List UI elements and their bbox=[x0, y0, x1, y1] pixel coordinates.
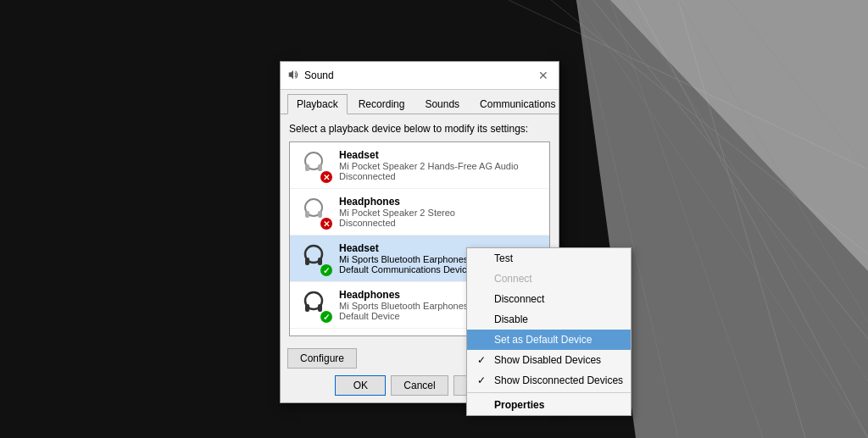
disconnected-badge: ✕ bbox=[320, 218, 332, 230]
tab-communications[interactable]: Communications bbox=[470, 94, 565, 114]
connected-badge: ✓ bbox=[320, 264, 332, 276]
cancel-button[interactable]: Cancel bbox=[391, 375, 448, 396]
device-info: Headphones Mi Pocket Speaker 2 Stereo Di… bbox=[339, 196, 542, 228]
device-status: Disconnected bbox=[339, 171, 542, 181]
device-info: Headset Mi Pocket Speaker 2 Hands-Free A… bbox=[339, 149, 542, 181]
title-left: Sound bbox=[287, 69, 334, 81]
menu-check: ✓ bbox=[477, 354, 489, 366]
dialog-titlebar: Sound ✕ bbox=[281, 62, 559, 90]
menu-separator bbox=[467, 392, 631, 393]
device-icon-wrap: ✕ bbox=[297, 194, 332, 230]
svg-rect-18 bbox=[305, 211, 309, 218]
menu-item-connect: Connect bbox=[467, 269, 631, 289]
device-icon-wrap: ✕ bbox=[297, 147, 332, 183]
menu-label: Show Disabled Devices bbox=[494, 354, 620, 366]
menu-label: Properties bbox=[494, 399, 620, 411]
device-sub: Mi Pocket Speaker 2 Stereo bbox=[339, 208, 542, 218]
menu-item-show-disconnected[interactable]: ✓ Show Disconnected Devices bbox=[467, 370, 631, 391]
menu-label: Disconnect bbox=[494, 293, 620, 305]
device-status: Disconnected bbox=[339, 218, 542, 228]
device-name: Headset bbox=[339, 149, 542, 161]
ok-button[interactable]: OK bbox=[335, 375, 386, 396]
svg-rect-25 bbox=[318, 304, 322, 312]
speaker-icon bbox=[297, 334, 331, 336]
svg-rect-19 bbox=[318, 211, 322, 218]
menu-label: Show Disconnected Devices bbox=[494, 374, 623, 386]
device-icon-wrap: ✓ bbox=[297, 287, 332, 323]
device-item[interactable]: ✕ Headphones Mi Pocket Speaker 2 Stereo … bbox=[290, 189, 549, 236]
menu-label: Test bbox=[494, 252, 620, 264]
svg-rect-22 bbox=[318, 258, 322, 265]
device-name: Headphones bbox=[339, 196, 542, 208]
menu-item-test[interactable]: Test bbox=[467, 248, 631, 269]
tab-sounds[interactable]: Sounds bbox=[415, 94, 469, 114]
menu-label: Connect bbox=[494, 273, 620, 285]
connected-badge: ✓ bbox=[320, 311, 332, 323]
device-item[interactable]: ✕ Headset Mi Pocket Speaker 2 Hands-Free… bbox=[290, 142, 549, 189]
device-icon-wrap bbox=[297, 334, 332, 336]
svg-rect-16 bbox=[318, 164, 322, 171]
svg-rect-21 bbox=[305, 258, 309, 265]
tab-playback[interactable]: Playback bbox=[287, 94, 348, 114]
dialog-title: Sound bbox=[304, 69, 334, 81]
svg-rect-15 bbox=[305, 164, 309, 171]
tab-recording[interactable]: Recording bbox=[349, 94, 415, 114]
context-menu: Test Connect Disconnect Disable Set as D… bbox=[466, 247, 632, 416]
instruction-text: Select a playback device below to modify… bbox=[289, 123, 550, 135]
menu-item-disable[interactable]: Disable bbox=[467, 309, 631, 330]
menu-label: Set as Default Device bbox=[494, 334, 620, 346]
configure-button[interactable]: Configure bbox=[287, 348, 357, 369]
tabs-bar: Playback Recording Sounds Communications bbox=[281, 90, 559, 114]
menu-item-disconnect[interactable]: Disconnect bbox=[467, 289, 631, 309]
sound-icon bbox=[287, 69, 299, 81]
menu-label: Disable bbox=[494, 313, 620, 325]
close-button[interactable]: ✕ bbox=[535, 67, 552, 84]
menu-check: ✓ bbox=[477, 374, 489, 386]
svg-rect-24 bbox=[305, 304, 309, 312]
device-sub: Mi Pocket Speaker 2 Hands-Free AG Audio bbox=[339, 161, 542, 171]
menu-item-show-disabled[interactable]: ✓ Show Disabled Devices bbox=[467, 350, 631, 370]
device-icon-wrap: ✓ bbox=[297, 241, 332, 276]
disconnected-badge: ✕ bbox=[320, 171, 332, 183]
menu-item-set-default[interactable]: Set as Default Device bbox=[467, 330, 631, 350]
menu-item-properties[interactable]: Properties bbox=[467, 395, 631, 415]
